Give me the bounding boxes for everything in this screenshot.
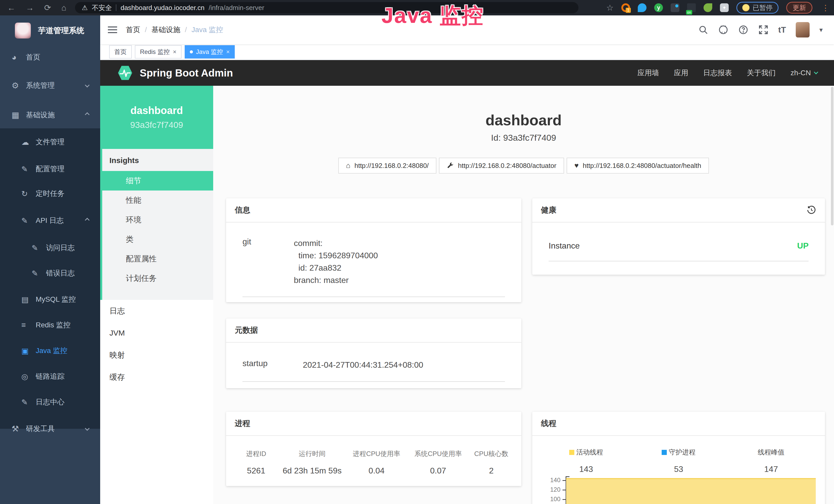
sba-nav-applications[interactable]: 应用 — [674, 68, 688, 78]
sidebar-item-system[interactable]: ⚙ 系统管理 — [0, 78, 100, 93]
insights-label: Insights — [102, 149, 213, 171]
page-title: dashboard — [213, 111, 834, 129]
sba-locale-select[interactable]: zh-CN — [791, 69, 817, 77]
sidebar-item-dev-tools[interactable]: ⚒ 研发工具 — [0, 421, 100, 436]
service-url-chip[interactable]: ⌂ http://192.168.0.2:48080/ — [338, 158, 436, 174]
log-icon: ✎ — [21, 398, 32, 407]
url-path: /infra/admin-server — [208, 4, 264, 12]
active-dot — [190, 50, 193, 53]
github-icon[interactable] — [718, 25, 728, 35]
sidebar-item-scheduled-jobs[interactable]: ↻ 定时任务 — [0, 186, 100, 201]
sidebar-item-file-manage[interactable]: ☁ 文件管理 — [0, 135, 100, 149]
health-url-chip[interactable]: ♥ http://192.168.0.2:48080/actuator/heal… — [567, 158, 709, 174]
sba-menu-config-props[interactable]: 配置属性 — [102, 249, 213, 269]
forward-icon[interactable]: → — [26, 0, 34, 16]
sba-menu-classes[interactable]: 类 — [102, 230, 213, 249]
process-col-header: CPU核心数 — [469, 449, 514, 458]
sba-nav-about[interactable]: 关于我们 — [747, 68, 776, 78]
locale-label: zh-CN — [791, 69, 811, 77]
search-icon[interactable] — [698, 25, 708, 35]
threads-card-title: 线程 — [541, 418, 556, 429]
extension-badge: 1 — [626, 8, 631, 13]
active-threads-area — [566, 478, 816, 504]
threads-legend: 活动线程 143 守护进程 53 线程峰值 147 — [532, 436, 825, 474]
sba-menu-metrics[interactable]: 性能 — [102, 190, 213, 210]
history-icon[interactable] — [807, 205, 816, 215]
sba-nav-wallboard[interactable]: 应用墙 — [637, 68, 659, 78]
extension-pin-icon[interactable] — [638, 3, 646, 12]
browser-menu-icon[interactable]: ⋮ — [822, 3, 829, 12]
sba-menu-logging[interactable]: 日志 — [100, 300, 213, 322]
tab-java-monitor[interactable]: Java 监控 × — [185, 45, 235, 59]
breadcrumb: 首页 / 基础设施 / Java 监控 — [126, 25, 223, 35]
sba-nav-journal[interactable]: 日志报表 — [703, 68, 732, 78]
back-icon[interactable]: ← — [7, 0, 16, 16]
legend-daemon-swatch — [662, 450, 667, 455]
app-logo — [15, 23, 31, 39]
sidebar-item-config-manage[interactable]: ✎ 配置管理 — [0, 162, 100, 176]
sidebar-item-label: 首页 — [26, 52, 40, 62]
address-bar[interactable]: ⚠ 不安全 dashboard.yudao.iocoder.cn/infra/a… — [75, 2, 578, 13]
breadcrumb-infra[interactable]: 基础设施 — [152, 25, 180, 35]
sidebar-item-home[interactable]: ◕ 首页 — [0, 50, 100, 65]
sba-instance-header[interactable]: dashboard 93a3fc7f7409 — [100, 86, 213, 149]
close-icon[interactable]: × — [226, 48, 229, 55]
sidebar-item-error-log[interactable]: ✎ 错误日志 — [0, 266, 100, 280]
process-col-header: 系统CPU使用率 — [408, 449, 469, 458]
sba-menu-details[interactable]: 细节 — [100, 171, 213, 190]
git-line: commit: — [294, 237, 378, 249]
actuator-url-chip[interactable]: http://192.168.0.2:48080/actuator — [439, 158, 564, 174]
sba-menu-scheduled-tasks[interactable]: 计划任务 — [102, 269, 213, 288]
sidebar-item-java-monitor[interactable]: ▣ Java 监控 — [0, 344, 100, 358]
sidebar-item-api-log[interactable]: ✎ API 日志 — [0, 213, 100, 228]
chevron-down-icon — [86, 427, 89, 431]
extension-orange-icon[interactable]: 1 — [621, 3, 630, 12]
extension-leaf-icon[interactable] — [704, 3, 712, 12]
y-axis-tick: 120 — [542, 486, 561, 493]
git-line: branch: master — [294, 274, 378, 286]
sidebar-item-tracing[interactable]: ◎ 链路追踪 — [0, 369, 100, 384]
fullscreen-icon[interactable] — [758, 25, 768, 35]
java-monitor-icon: ▣ — [21, 346, 32, 356]
chevron-up-icon — [86, 113, 89, 117]
sba-brand[interactable]: Spring Boot Admin — [117, 65, 233, 82]
extension-grid-icon[interactable] — [671, 3, 679, 12]
browser-home-icon[interactable]: ⌂ — [61, 0, 66, 16]
legend-label: 线程峰值 — [758, 448, 785, 457]
tab-redis-monitor[interactable]: Redis 监控 × — [135, 45, 182, 59]
breadcrumb-current: Java 监控 — [192, 25, 223, 35]
sidebar-item-label: 链路追踪 — [36, 371, 64, 381]
legend-value: 143 — [540, 464, 632, 474]
breadcrumb-home[interactable]: 首页 — [126, 25, 140, 35]
bookmark-star-icon[interactable]: ☆ — [606, 3, 614, 13]
sidebar-item-infra[interactable]: ▦ 基础设施 — [0, 108, 100, 122]
sba-menu-environment[interactable]: 环境 — [102, 210, 213, 230]
app-logo-row[interactable]: 芋道管理系统 — [0, 23, 100, 39]
sidebar-item-mysql-monitor[interactable]: ▤ MySQL 监控 — [0, 292, 100, 306]
avatar[interactable] — [796, 22, 810, 38]
sidebar-item-access-log[interactable]: ✎ 访问日志 — [0, 240, 100, 255]
extensions-puzzle-icon[interactable]: ✦ — [720, 3, 729, 12]
font-size-icon[interactable]: tT — [778, 25, 786, 35]
tags-view-bar: 首页 Redis 监控 × Java 监控 × — [100, 44, 834, 60]
process-col-header: 运行时间 — [279, 449, 346, 458]
avatar-caret-icon[interactable]: ▾ — [819, 26, 823, 34]
sba-menu-caches[interactable]: 缓存 — [100, 366, 213, 388]
git-line: time: 1596289704000 — [294, 249, 378, 261]
sidebar-item-log-center[interactable]: ✎ 日志中心 — [0, 395, 100, 409]
sidebar-fold-icon[interactable] — [108, 26, 117, 33]
tab-home[interactable]: 首页 — [109, 45, 132, 59]
url-host: dashboard.yudao.iocoder.cn — [120, 4, 204, 12]
sba-menu-mappings[interactable]: 映射 — [100, 344, 213, 366]
profile-paused-pill[interactable]: 已暂停 — [737, 2, 778, 14]
scrollbar[interactable] — [831, 87, 833, 225]
extension-y-icon[interactable]: y — [654, 3, 663, 12]
sba-menu-jvm[interactable]: JVM — [100, 322, 213, 344]
close-icon[interactable]: × — [173, 48, 176, 55]
reload-icon[interactable]: ⟳ — [44, 0, 51, 16]
help-icon[interactable] — [738, 25, 748, 35]
chrome-update-button[interactable]: 更新 — [786, 2, 812, 14]
chevron-down-icon — [86, 83, 89, 88]
extension-switch-icon[interactable]: on — [687, 3, 696, 12]
sidebar-item-redis-monitor[interactable]: ≡ Redis 监控 — [0, 318, 100, 332]
